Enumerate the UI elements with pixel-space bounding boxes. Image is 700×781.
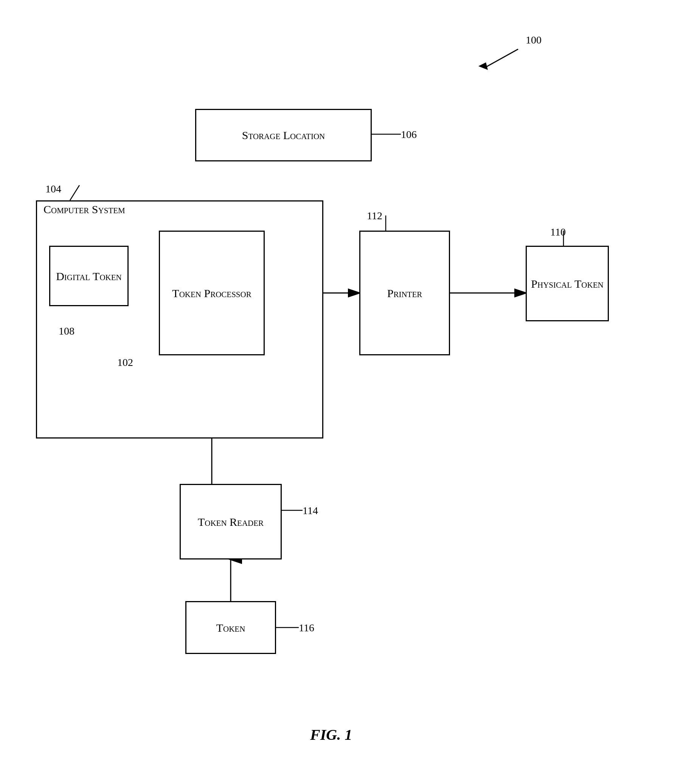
svg-line-4: [484, 49, 518, 68]
physical-token-box: Physical Token: [526, 246, 609, 321]
ref-100-label: 100: [526, 34, 542, 46]
digital-token-box: Digital Token: [49, 246, 128, 306]
printer-box: Printer: [359, 231, 450, 355]
ref-106-label: 106: [401, 128, 417, 141]
ref-108-label: 108: [58, 325, 75, 337]
token-box: Token: [185, 601, 276, 654]
storage-location-label: Storage Location: [242, 128, 325, 143]
figure-label: FIG. 1: [310, 726, 352, 744]
ref-102-label: 102: [117, 356, 133, 368]
token-reader-box: Token Reader: [180, 484, 282, 560]
ref-114-label: 114: [303, 505, 318, 517]
ref-104-label: 104: [45, 183, 61, 195]
svg-line-7: [70, 185, 79, 200]
svg-marker-5: [478, 62, 488, 70]
storage-location-box: Storage Location: [195, 109, 372, 162]
computer-system-label: Computer System: [43, 203, 125, 216]
ref-112-label: 112: [367, 210, 382, 222]
digital-token-label: Digital Token: [56, 269, 122, 283]
ref-116-label: 116: [299, 622, 314, 634]
token-label: Token: [216, 620, 245, 635]
token-reader-label: Token Reader: [198, 515, 263, 529]
physical-token-label: Physical Token: [531, 276, 603, 291]
printer-label: Printer: [387, 286, 422, 301]
ref-110-label: 110: [550, 226, 566, 238]
token-processor-box: Token Processor: [159, 231, 265, 355]
token-processor-label: Token Processor: [172, 286, 251, 301]
